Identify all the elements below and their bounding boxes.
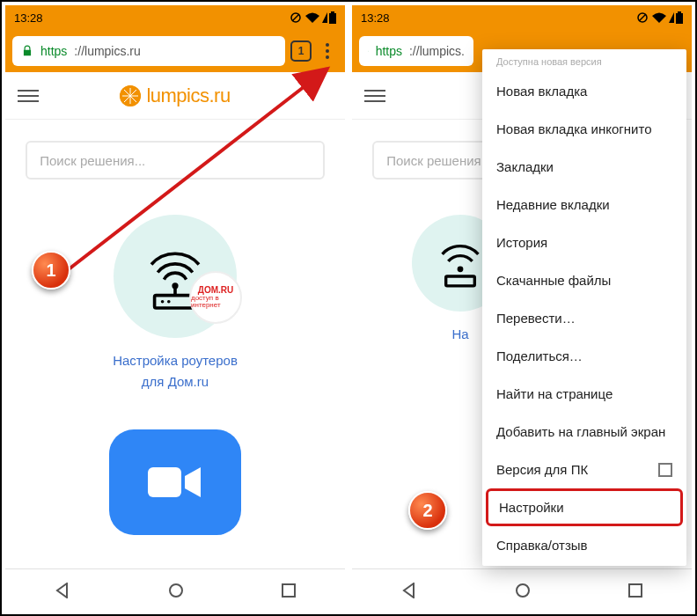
no-sim-icon xyxy=(635,12,649,23)
svg-point-15 xyxy=(161,300,165,304)
address-row: https://lumpics.ru 1 xyxy=(5,30,345,72)
menu-button[interactable] xyxy=(317,40,338,62)
svg-point-4 xyxy=(326,43,329,47)
tab-count[interactable]: 1 xyxy=(290,40,312,62)
nav-back-icon[interactable] xyxy=(55,583,70,598)
svg-rect-23 xyxy=(676,13,683,24)
url-host: ://lumpics.ru xyxy=(74,44,140,58)
nav-recent-icon[interactable] xyxy=(628,583,642,598)
logo-text: lumpics.ru xyxy=(146,84,230,107)
nav-bar xyxy=(5,568,345,611)
address-bar[interactable]: https://lumpics. xyxy=(359,36,473,66)
status-bar: 13:28 xyxy=(352,5,692,30)
menu-recent-tabs[interactable]: Недавние вкладки xyxy=(482,186,686,224)
menu-header: Доступна новая версия xyxy=(482,55,686,72)
step-badge-2: 2 xyxy=(408,491,447,530)
card-area: ДОМ.RU доступ в интернет Настройка роуте… xyxy=(109,215,241,535)
signal-icon xyxy=(669,12,674,23)
wifi-icon xyxy=(651,12,667,23)
svg-rect-17 xyxy=(148,467,181,497)
svg-rect-2 xyxy=(329,13,336,24)
address-bar[interactable]: https://lumpics.ru xyxy=(12,36,285,66)
menu-add-homescreen[interactable]: Добавить на главный экран xyxy=(482,413,686,451)
menu-desktop-site[interactable]: Версия для ПК xyxy=(482,451,686,488)
status-icons xyxy=(635,11,683,24)
svg-rect-27 xyxy=(446,276,475,286)
svg-rect-29 xyxy=(629,584,642,597)
menu-settings[interactable]: Настройки xyxy=(486,488,683,526)
url-scheme: https xyxy=(40,44,67,58)
hamburger-icon[interactable] xyxy=(18,90,39,102)
svg-point-5 xyxy=(326,49,329,53)
menu-find[interactable]: Найти на странице xyxy=(482,375,686,413)
menu-history[interactable]: История xyxy=(482,224,686,261)
menu-translate[interactable]: Перевести… xyxy=(482,299,686,337)
dom-ru-sub: доступ в интернет xyxy=(191,295,240,309)
svg-point-28 xyxy=(517,584,529,597)
checkbox-icon[interactable] xyxy=(658,463,672,477)
svg-rect-3 xyxy=(331,11,334,13)
card-line2: для Дом.ru xyxy=(113,371,238,392)
status-icons xyxy=(289,11,336,24)
hamburger-icon[interactable] xyxy=(364,90,385,102)
menu-new-incognito[interactable]: Новая вкладка инкогнито xyxy=(482,110,686,148)
step-badge-1: 1 xyxy=(32,251,70,290)
signal-icon xyxy=(322,12,327,23)
status-time: 13:28 xyxy=(361,11,390,25)
card-caption[interactable]: Настройка роутеров для Дом.ru xyxy=(113,350,238,392)
menu-share[interactable]: Поделиться… xyxy=(482,337,686,375)
card-line1-short: На xyxy=(451,324,468,345)
router-icon xyxy=(430,233,490,293)
svg-line-1 xyxy=(292,14,299,21)
svg-rect-24 xyxy=(678,11,681,13)
nav-back-icon[interactable] xyxy=(401,583,417,598)
search-row: Поиск решения... xyxy=(26,141,325,180)
card-caption[interactable]: На xyxy=(451,324,468,345)
logo-orange-icon xyxy=(120,85,141,106)
url-scheme: https xyxy=(376,44,402,58)
menu-downloads[interactable]: Скачанные файлы xyxy=(482,261,686,299)
svg-point-16 xyxy=(167,300,171,304)
battery-icon xyxy=(676,11,683,24)
svg-rect-19 xyxy=(282,584,295,597)
menu-new-tab[interactable]: Новая вкладка xyxy=(482,72,686,110)
kebab-icon xyxy=(326,43,329,59)
menu-help[interactable]: Справка/отзыв xyxy=(482,526,686,564)
chrome-menu: Доступна новая версия Новая вкладка Нова… xyxy=(482,49,686,566)
router-card[interactable]: ДОМ.RU доступ в интернет xyxy=(114,215,237,338)
svg-line-22 xyxy=(639,14,646,21)
nav-bar xyxy=(352,568,692,611)
nav-home-icon[interactable] xyxy=(168,583,184,598)
battery-icon xyxy=(329,11,336,24)
zoom-card[interactable] xyxy=(109,429,241,535)
card-line1: Настройка роутеров xyxy=(113,350,238,371)
nav-recent-icon[interactable] xyxy=(282,583,296,598)
status-time: 13:28 xyxy=(14,11,43,25)
phone-left: 13:28 https://lumpics.ru 1 xyxy=(5,5,345,611)
menu-bookmarks[interactable]: Закладки xyxy=(482,148,686,186)
nav-home-icon[interactable] xyxy=(515,583,531,598)
lock-icon xyxy=(21,45,33,57)
zoom-icon xyxy=(144,462,206,502)
svg-point-6 xyxy=(326,55,329,59)
dom-ru-badge: ДОМ.RU доступ в интернет xyxy=(189,271,242,324)
search-input[interactable]: Поиск решения... xyxy=(26,141,325,180)
svg-point-26 xyxy=(458,266,464,272)
phone-right: 13:28 https://lumpics. xyxy=(352,5,692,611)
lock-icon xyxy=(368,45,369,57)
status-bar: 13:28 xyxy=(5,5,345,30)
wifi-icon xyxy=(304,12,320,23)
site-logo[interactable]: lumpics.ru xyxy=(120,84,230,107)
svg-point-18 xyxy=(170,584,182,597)
url-host-short: ://lumpics. xyxy=(409,44,465,58)
menu-desktop-label: Версия для ПК xyxy=(496,462,588,477)
site-header: lumpics.ru xyxy=(5,72,345,120)
no-sim-icon xyxy=(289,12,303,23)
page-content: lumpics.ru Поиск решения... xyxy=(5,72,345,568)
